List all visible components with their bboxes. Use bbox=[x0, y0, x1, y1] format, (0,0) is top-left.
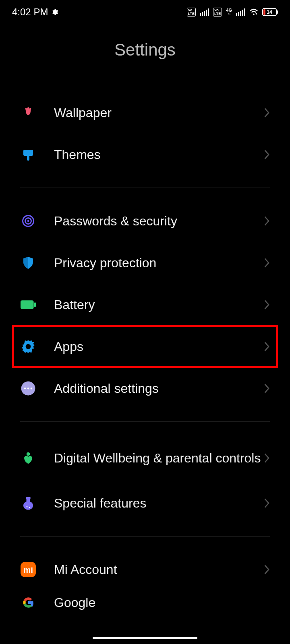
settings-item-label: Privacy protection bbox=[54, 255, 264, 270]
settings-item-wallpaper[interactable]: Wallpaper bbox=[0, 92, 290, 134]
chevron-right-icon bbox=[264, 258, 270, 268]
svg-point-11 bbox=[27, 388, 29, 390]
svg-point-17 bbox=[27, 506, 28, 508]
settings-item-label: Google bbox=[54, 595, 270, 610]
settings-item-additional-settings[interactable]: Additional settings bbox=[0, 367, 290, 409]
settings-item-label: Additional settings bbox=[54, 381, 264, 396]
svg-point-8 bbox=[26, 344, 31, 349]
brush-icon bbox=[20, 147, 36, 163]
settings-item-special-features[interactable]: Special features bbox=[0, 482, 290, 524]
dots-icon bbox=[20, 380, 36, 396]
flask-icon bbox=[20, 495, 36, 511]
settings-item-label: Special features bbox=[54, 495, 264, 511]
svg-point-10 bbox=[24, 388, 26, 390]
settings-item-label: Digital Wellbeing & parental controls bbox=[54, 450, 264, 466]
status-bar: 4:02 PM VoLTE VoLTE 4G ↑↓ 14 bbox=[0, 0, 290, 24]
settings-item-passwords-security[interactable]: Passwords & security bbox=[0, 200, 290, 242]
divider bbox=[20, 536, 270, 537]
fingerprint-icon bbox=[20, 213, 36, 229]
chevron-right-icon bbox=[264, 342, 270, 351]
settings-item-digital-wellbeing[interactable]: Digital Wellbeing & parental controls bbox=[0, 434, 290, 482]
signal-bars-1 bbox=[200, 8, 209, 16]
chevron-right-icon bbox=[264, 300, 270, 310]
settings-item-label: Mi Account bbox=[54, 562, 264, 577]
network-type-label: 4G ↑↓ bbox=[226, 8, 232, 16]
settings-item-label: Wallpaper bbox=[54, 105, 264, 120]
settings-item-themes[interactable]: Themes bbox=[0, 134, 290, 175]
svg-point-12 bbox=[31, 388, 33, 390]
settings-item-privacy-protection[interactable]: Privacy protection bbox=[0, 242, 290, 284]
svg-point-18 bbox=[29, 507, 30, 508]
svg-rect-2 bbox=[27, 156, 29, 161]
svg-rect-6 bbox=[21, 300, 34, 309]
status-right: VoLTE VoLTE 4G ↑↓ 14 bbox=[187, 8, 278, 17]
chevron-right-icon bbox=[264, 565, 270, 574]
wifi-icon bbox=[249, 8, 258, 16]
settings-item-battery[interactable]: Battery bbox=[0, 284, 290, 326]
chevron-right-icon bbox=[264, 108, 270, 118]
chevron-right-icon bbox=[264, 384, 270, 393]
status-time: 4:02 PM bbox=[12, 6, 48, 18]
svg-rect-7 bbox=[34, 303, 36, 307]
svg-point-5 bbox=[27, 220, 29, 222]
volte-badge-1: VoLTE bbox=[187, 8, 196, 17]
nav-indicator[interactable] bbox=[93, 637, 197, 639]
settings-item-label: Battery bbox=[54, 297, 264, 312]
shield-icon bbox=[20, 255, 36, 271]
svg-point-14 bbox=[23, 502, 33, 510]
settings-item-apps[interactable]: Apps bbox=[0, 326, 290, 367]
app-gear-icon bbox=[20, 339, 36, 355]
chevron-right-icon bbox=[264, 498, 270, 508]
settings-item-label: Themes bbox=[54, 147, 264, 162]
settings-item-label: Apps bbox=[54, 339, 264, 354]
settings-item-google[interactable]: Google bbox=[0, 590, 290, 615]
battery-status-icon: 14 bbox=[262, 8, 278, 16]
divider bbox=[20, 421, 270, 422]
signal-bars-2 bbox=[236, 8, 245, 16]
svg-rect-1 bbox=[23, 150, 33, 156]
mi-icon: mi bbox=[20, 561, 36, 578]
wellbeing-icon bbox=[20, 450, 36, 466]
chevron-right-icon bbox=[264, 150, 270, 159]
battery-icon bbox=[20, 297, 36, 313]
settings-item-label: Passwords & security bbox=[54, 213, 264, 229]
settings-item-mi-account[interactable]: mi Mi Account bbox=[0, 549, 290, 590]
chevron-right-icon bbox=[264, 453, 270, 463]
tulip-icon bbox=[20, 105, 36, 121]
status-left: 4:02 PM bbox=[12, 6, 58, 18]
svg-point-13 bbox=[27, 452, 30, 456]
page-title: Settings bbox=[0, 40, 290, 60]
chevron-right-icon bbox=[264, 216, 270, 226]
settings-indicator-icon bbox=[51, 8, 58, 16]
svg-text:mi: mi bbox=[23, 565, 33, 574]
divider bbox=[20, 188, 270, 188]
google-icon bbox=[20, 594, 36, 611]
volte-badge-2: VoLTE bbox=[213, 8, 222, 17]
svg-rect-16 bbox=[26, 497, 31, 499]
